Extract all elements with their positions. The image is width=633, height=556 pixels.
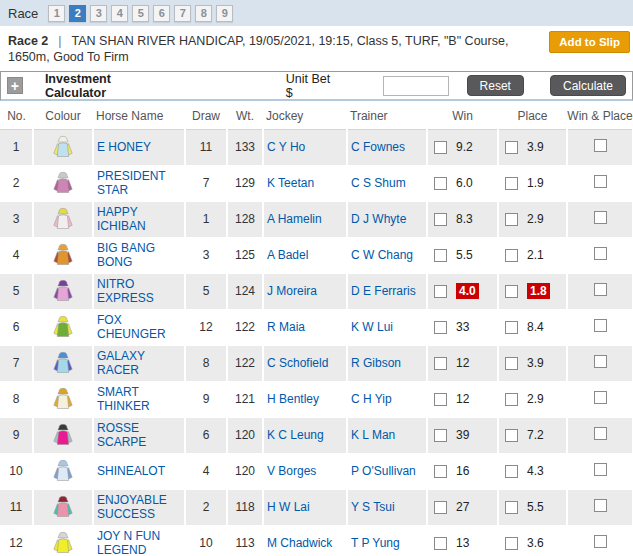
race-tab-3[interactable]: 3 xyxy=(90,5,107,22)
trainer-link[interactable]: D E Ferraris xyxy=(351,284,416,298)
trainer-link[interactable]: Y S Tsui xyxy=(351,500,395,514)
jockey-link[interactable]: H W Lai xyxy=(267,500,310,514)
race-tab-9[interactable]: 9 xyxy=(216,5,233,22)
race-tab-2[interactable]: 2 xyxy=(69,5,86,22)
horse-name-link[interactable]: FOX CHEUNGER xyxy=(97,313,184,341)
win-bet-checkbox[interactable] xyxy=(434,429,447,442)
win-bet-checkbox[interactable] xyxy=(434,393,447,406)
trainer-link[interactable]: T P Yung xyxy=(351,536,400,550)
reset-button[interactable]: Reset xyxy=(467,75,524,96)
place-bet-checkbox[interactable] xyxy=(505,501,518,514)
expand-plus-icon[interactable] xyxy=(7,77,23,94)
race-tab-7[interactable]: 7 xyxy=(174,5,191,22)
trainer-link[interactable]: K L Man xyxy=(351,428,395,442)
place-bet-checkbox[interactable] xyxy=(505,429,518,442)
win-place-bet-checkbox[interactable] xyxy=(594,175,607,188)
calculate-button[interactable]: Calculate xyxy=(550,75,626,96)
win-place-bet-checkbox[interactable] xyxy=(594,463,607,476)
horse-name-link[interactable]: SMART THINKER xyxy=(97,385,184,413)
place-bet-checkbox[interactable] xyxy=(505,213,518,226)
place-bet-checkbox[interactable] xyxy=(505,285,518,298)
win-bet-checkbox[interactable] xyxy=(434,465,447,478)
draw-value: 5 xyxy=(185,273,227,309)
trainer-link[interactable]: D J Whyte xyxy=(351,212,406,226)
win-place-bet-checkbox[interactable] xyxy=(594,139,607,152)
win-odds: 13 xyxy=(456,536,469,550)
win-place-bet-checkbox[interactable] xyxy=(594,211,607,224)
race-tab-8[interactable]: 8 xyxy=(195,5,212,22)
jockey-link[interactable]: C Schofield xyxy=(267,356,328,370)
horse-name-link[interactable]: HAPPY ICHIBAN xyxy=(97,205,184,233)
place-odds: 3.9 xyxy=(527,356,544,370)
race-tab-5[interactable]: 5 xyxy=(132,5,149,22)
win-bet-checkbox[interactable] xyxy=(434,249,447,262)
trainer-link[interactable]: C H Yip xyxy=(351,392,392,406)
draw-value: 10 xyxy=(185,525,227,556)
place-bet-checkbox[interactable] xyxy=(505,465,518,478)
place-bet-checkbox[interactable] xyxy=(505,141,518,154)
win-odds: 4.0 xyxy=(456,283,479,299)
table-row: 1 E HONEY 11 133 C Y Ho C Fownes 9.2 xyxy=(0,129,633,165)
horse-name-link[interactable]: ROSSE SCARPE xyxy=(97,421,184,449)
jockey-link[interactable]: K C Leung xyxy=(267,428,324,442)
table-row: 2 PRESIDENT STAR 7 129 K Teetan C S Shum… xyxy=(0,165,633,201)
horse-number: 11 xyxy=(0,489,33,525)
trainer-link[interactable]: C W Chang xyxy=(351,248,413,262)
win-bet-checkbox[interactable] xyxy=(434,177,447,190)
win-place-bet-checkbox[interactable] xyxy=(594,283,607,296)
trainer-link[interactable]: C Fownes xyxy=(351,140,405,154)
win-place-bet-checkbox[interactable] xyxy=(594,427,607,440)
win-place-bet-checkbox[interactable] xyxy=(594,319,607,332)
race-tab-4[interactable]: 4 xyxy=(111,5,128,22)
horse-name-link[interactable]: E HONEY xyxy=(97,140,184,154)
race-tab-1[interactable]: 1 xyxy=(48,5,65,22)
win-bet-checkbox[interactable] xyxy=(434,357,447,370)
trainer-link[interactable]: P O'Sullivan xyxy=(351,464,416,478)
win-odds: 16 xyxy=(456,464,469,478)
draw-value: 8 xyxy=(185,345,227,381)
horse-name-link[interactable]: PRESIDENT STAR xyxy=(97,169,184,197)
place-bet-checkbox[interactable] xyxy=(505,249,518,262)
header-no: No. xyxy=(0,103,33,129)
trainer-link[interactable]: R Gibson xyxy=(351,356,401,370)
horse-name-link[interactable]: GALAXY RACER xyxy=(97,349,184,377)
place-bet-checkbox[interactable] xyxy=(505,393,518,406)
draw-value: 7 xyxy=(185,165,227,201)
win-place-bet-checkbox[interactable] xyxy=(594,355,607,368)
win-odds: 12 xyxy=(456,356,469,370)
add-to-slip-button[interactable]: Add to Slip xyxy=(549,31,630,53)
jockey-link[interactable]: J Moreira xyxy=(267,284,317,298)
place-bet-checkbox[interactable] xyxy=(505,321,518,334)
unit-bet-input[interactable] xyxy=(383,76,449,96)
jockey-link[interactable]: V Borges xyxy=(267,464,316,478)
horse-name-link[interactable]: ENJOYABLE SUCCESS xyxy=(97,493,184,521)
jockey-link[interactable]: M Chadwick xyxy=(267,536,332,550)
horse-name-link[interactable]: BIG BANG BONG xyxy=(97,241,184,269)
jockey-link[interactable]: A Hamelin xyxy=(267,212,322,226)
win-bet-checkbox[interactable] xyxy=(434,141,447,154)
horse-name-link[interactable]: SHINEALOT xyxy=(97,464,184,478)
horse-name-link[interactable]: NITRO EXPRESS xyxy=(97,277,184,305)
place-bet-checkbox[interactable] xyxy=(505,537,518,550)
jockey-link[interactable]: K Teetan xyxy=(267,176,314,190)
trainer-link[interactable]: C S Shum xyxy=(351,176,406,190)
win-bet-checkbox[interactable] xyxy=(434,501,447,514)
win-place-bet-checkbox[interactable] xyxy=(594,499,607,512)
race-tab-6[interactable]: 6 xyxy=(153,5,170,22)
jockey-link[interactable]: A Badel xyxy=(267,248,308,262)
jockey-link[interactable]: R Maia xyxy=(267,320,305,334)
place-bet-checkbox[interactable] xyxy=(505,357,518,370)
win-place-bet-checkbox[interactable] xyxy=(594,247,607,260)
header-jockey: Jockey xyxy=(263,103,347,129)
win-place-bet-checkbox[interactable] xyxy=(594,535,607,548)
jockey-link[interactable]: C Y Ho xyxy=(267,140,305,154)
trainer-link[interactable]: K W Lui xyxy=(351,320,393,334)
win-bet-checkbox[interactable] xyxy=(434,321,447,334)
win-bet-checkbox[interactable] xyxy=(434,537,447,550)
win-bet-checkbox[interactable] xyxy=(434,213,447,226)
jockey-link[interactable]: H Bentley xyxy=(267,392,319,406)
place-bet-checkbox[interactable] xyxy=(505,177,518,190)
horse-name-link[interactable]: JOY N FUN LEGEND xyxy=(97,529,184,556)
win-place-bet-checkbox[interactable] xyxy=(594,391,607,404)
win-bet-checkbox[interactable] xyxy=(434,285,447,298)
